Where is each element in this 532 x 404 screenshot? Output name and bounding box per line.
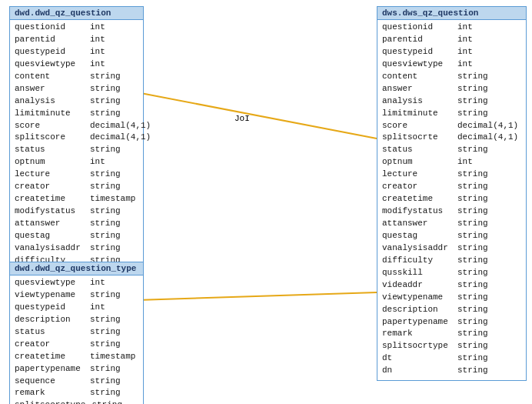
table-row: splitsocrtedecimal(4,1) <box>382 132 521 144</box>
table-row: quesviewtypeint <box>15 58 138 71</box>
table-row: scoredecimal(4,1) <box>15 120 138 132</box>
table-row: contentstring <box>382 71 521 83</box>
table-row: modifystatusstring <box>382 205 521 218</box>
table-row: questypeidint <box>15 302 138 314</box>
join-label-upper: JoI <box>234 114 250 123</box>
table-row: statusstring <box>15 144 138 156</box>
table-row: lecturestring <box>382 169 521 181</box>
table-row: analysisstring <box>382 95 521 108</box>
table-row: quesviewtypeint <box>382 58 521 71</box>
table-row: answerstring <box>382 83 521 95</box>
table-row: questagstring <box>15 230 138 242</box>
table-row: lecturestring <box>15 169 138 181</box>
table-row: splitscoretypestring <box>15 399 138 404</box>
table-dwd-question-type: dwd.dwd_qz_question_type quesviewtypeint… <box>9 262 144 404</box>
table-row: splitscoredecimal(4,1) <box>15 132 138 144</box>
table-row: difficultystring <box>382 255 521 267</box>
table-row: questionidint <box>382 22 521 34</box>
table-row: quesviewtypeint <box>15 277 138 289</box>
table-row: splitsocrtypestring <box>382 340 521 352</box>
table-row: qusskillstring <box>382 267 521 279</box>
table-row: creatorstring <box>15 181 138 193</box>
table-row: contentstring <box>15 71 138 83</box>
table-row: vanalysisaddrstring <box>382 242 521 255</box>
table-row: papertypenamestring <box>382 316 521 329</box>
table-row: vanalysisaddrstring <box>15 242 138 255</box>
table-row: modifystatusstring <box>15 205 138 218</box>
table-row: parentidint <box>382 34 521 46</box>
table-dws-question-body: questionidint parentidint questypeidint … <box>377 20 526 380</box>
table-dwd-question-type-body: quesviewtypeint viewtypenamestring quest… <box>10 275 143 404</box>
table-dws-question: dws.dws_qz_question questionidint parent… <box>377 6 527 381</box>
table-row: questypeidint <box>15 46 138 58</box>
svg-line-0 <box>137 92 377 139</box>
table-dwd-question-header: dwd.dwd_qz_question <box>10 7 143 20</box>
table-row: attanswerstring <box>15 218 138 230</box>
table-row: scoredecimal(4,1) <box>382 120 521 132</box>
table-row: descriptionstring <box>382 304 521 316</box>
table-row: optnumint <box>382 156 521 169</box>
table-row: creatorstring <box>15 339 138 351</box>
table-row: attanswerstring <box>382 218 521 230</box>
table-row: questagstring <box>382 230 521 242</box>
table-row: videaddrstring <box>382 279 521 292</box>
table-dws-question-header: dws.dws_qz_question <box>377 7 526 20</box>
table-row: sequencestring <box>15 376 138 388</box>
table-row: papertypenamestring <box>15 363 138 376</box>
table-row: questypeidint <box>382 46 521 58</box>
table-row: analysisstring <box>15 95 138 108</box>
table-row: creatorstring <box>382 181 521 193</box>
table-row: createtimetimestamp <box>15 351 138 363</box>
table-row: statusstring <box>15 326 138 339</box>
svg-line-1 <box>137 292 377 300</box>
table-row: viewtypenamestring <box>15 289 138 302</box>
table-row: questionidint <box>15 22 138 34</box>
table-row: createtimestring <box>382 193 521 205</box>
table-row: optnumint <box>15 156 138 169</box>
table-row: viewtypenamestring <box>382 292 521 304</box>
table-row: limitminutestring <box>382 108 521 120</box>
table-row: statusstring <box>382 144 521 156</box>
table-row: descriptionstring <box>15 314 138 326</box>
table-row: parentidint <box>15 34 138 46</box>
table-row: remarkstring <box>382 328 521 340</box>
table-row: createtimetimestamp <box>15 193 138 205</box>
table-row: limitminutestring <box>15 108 138 120</box>
table-row: answerstring <box>15 83 138 95</box>
table-row: dtstring <box>382 352 521 365</box>
table-row: dnstring <box>382 365 521 377</box>
table-dwd-question-type-header: dwd.dwd_qz_question_type <box>10 262 143 275</box>
table-row: remarkstring <box>15 387 138 399</box>
